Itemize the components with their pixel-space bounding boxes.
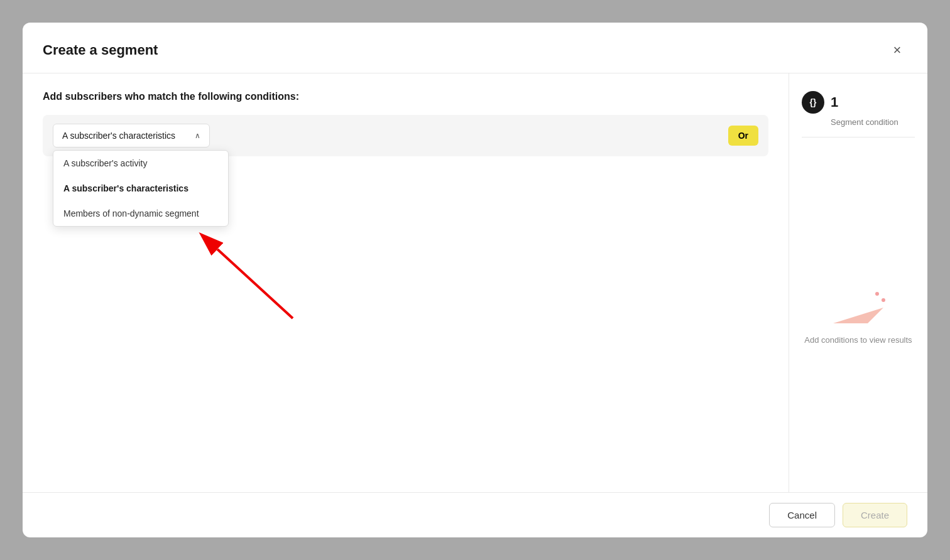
- modal-footer: Cancel Create: [23, 492, 927, 537]
- segment-badge: {} 1: [802, 91, 838, 114]
- or-button[interactable]: Or: [728, 126, 758, 146]
- conditions-label: Add subscribers who match the following …: [43, 91, 768, 102]
- segment-condition-label: Segment condition: [831, 117, 898, 127]
- condition-type-dropdown[interactable]: A subscriber's characteristics ∧: [53, 124, 210, 148]
- modal-title: Create a segment: [43, 42, 158, 58]
- sidebar-divider: [802, 137, 915, 137]
- modal-header: Create a segment ×: [23, 23, 927, 73]
- modal-container: Create a segment × Add subscribers who m…: [23, 23, 927, 537]
- svg-point-3: [882, 298, 885, 302]
- dropdown-item-non-dynamic[interactable]: Members of non-dynamic segment: [53, 201, 228, 226]
- modal-overlay: Create a segment × Add subscribers who m…: [0, 0, 950, 560]
- dropdown-selected-value: A subscriber's characteristics: [62, 131, 175, 141]
- svg-marker-4: [833, 308, 883, 323]
- create-button[interactable]: Create: [843, 503, 907, 527]
- chevron-up-icon: ∧: [195, 131, 200, 140]
- condition-row: A subscriber's characteristics ∧ A subsc…: [43, 115, 768, 156]
- empty-state-text: Add conditions to view results: [804, 334, 912, 347]
- svg-point-2: [875, 292, 879, 296]
- dropdown-menu: A subscriber's activity A subscriber's c…: [53, 150, 229, 227]
- dropdown-item-characteristics[interactable]: A subscriber's characteristics: [53, 176, 228, 201]
- empty-state: Add conditions to view results: [804, 160, 912, 475]
- segment-icon: {}: [802, 91, 824, 114]
- modal-body: Add subscribers who match the following …: [23, 73, 927, 492]
- cancel-button[interactable]: Cancel: [769, 503, 835, 527]
- svg-line-1: [217, 249, 293, 318]
- dropdown-item-activity[interactable]: A subscriber's activity: [53, 151, 228, 176]
- sidebar: {} 1 Segment condition Add conditions: [789, 73, 927, 492]
- close-button[interactable]: ×: [887, 40, 907, 60]
- main-content: Add subscribers who match the following …: [23, 73, 789, 492]
- empty-state-graphic: [830, 289, 887, 326]
- segment-count: 1: [831, 94, 838, 110]
- dropdown-wrapper: A subscriber's characteristics ∧ A subsc…: [53, 124, 210, 148]
